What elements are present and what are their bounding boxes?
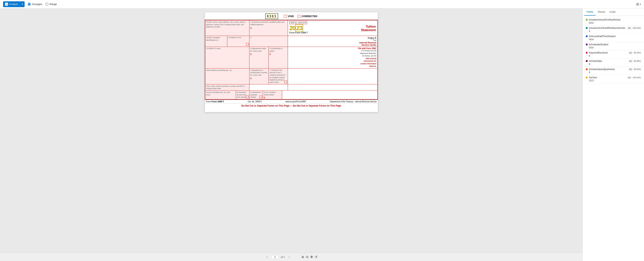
field-value: $	[586, 30, 641, 32]
box8-label: 8 Checked if at least half-time student	[237, 91, 246, 98]
file-with-form: File with Form 1096.	[289, 47, 376, 49]
field-value: $	[586, 71, 641, 74]
tuition-title: Tuition Statement	[334, 25, 376, 32]
void-section: VOID	[284, 15, 294, 18]
filer-name-label: FILER'S name, street address, city or to…	[206, 21, 246, 28]
zoom-out-button[interactable]: ⊖	[306, 255, 309, 259]
all-pages-radio[interactable]	[28, 3, 31, 6]
box10-label: 10 Ins. contract reimb./refund	[264, 91, 276, 96]
box10-cell: 10 Ins. contract reimb./refund $	[263, 91, 282, 99]
page-number-input[interactable]	[272, 255, 278, 259]
layers-chevron[interactable]: ▾	[640, 3, 641, 5]
field-name-label: IsGraduateStudent	[589, 43, 641, 46]
box4-label: 4 Adjustments made for a prior year	[250, 48, 266, 52]
box9-checkbox[interactable]	[260, 96, 262, 98]
field-color-dot	[586, 19, 588, 21]
box10-dollar: $	[264, 96, 265, 99]
spacer-cell-5	[250, 84, 288, 90]
omb-number: OMB No. 1545-1574	[290, 21, 307, 24]
fields-panel-content: IncludesAmountForNextPeriodfalseInsuranc…	[583, 16, 644, 261]
tin-checkbox[interactable]	[246, 43, 249, 46]
field-item: IncludesAmountForNextPeriodfalse	[583, 17, 644, 25]
student-name-label: STUDENT'S name	[206, 48, 220, 49]
prev-icon: ‹	[266, 255, 268, 259]
box8-checkbox[interactable]	[246, 96, 249, 98]
void-checkbox[interactable]	[284, 15, 286, 18]
box4-cell: 4 Adjustments made for a prior year $	[250, 47, 269, 68]
field-item: IsAtLeastHalfTimeStudentfalse	[583, 34, 644, 42]
zoom-in-button[interactable]: ⊕	[301, 255, 304, 259]
field-item: IsGraduateStudentfalse	[583, 42, 644, 50]
form-name-label: Form	[290, 31, 296, 34]
field-name-label: IncludesAmountForNextPeriod	[589, 18, 641, 21]
irs-notice-cont2-cell	[288, 84, 378, 90]
tab-fields[interactable]: Fields	[584, 8, 596, 15]
box9-cell: 9 Checked if a graduate student	[250, 91, 263, 99]
box3-label: 3	[250, 37, 251, 38]
panel-tabs: Fields Result Code	[583, 8, 644, 16]
form-grid: FILER'S name, street address, city or to…	[205, 20, 378, 100]
field-value: false	[586, 21, 641, 24]
barcode: 8383	[265, 13, 278, 19]
box8-cell: 8 Checked if at least half-time student	[236, 91, 250, 99]
void-label: VOID	[288, 15, 294, 18]
box7-cell: 7 Checked if the amount in box 1 include…	[269, 68, 288, 84]
analyze-label: Analyze	[9, 3, 18, 5]
field-color-dot	[586, 60, 588, 62]
field-header: IsGraduateStudent	[586, 43, 641, 46]
box5-dollar: $	[270, 53, 271, 55]
field-header: PaymentReceived#199.30%	[586, 51, 641, 54]
box3-cell: 3	[250, 36, 288, 47]
copy-label: Copy A	[289, 36, 376, 39]
prev-page-button[interactable]: ‹	[265, 255, 269, 260]
form-header: 8383 VOID CORRECTED	[205, 12, 378, 20]
field-badge: #1	[627, 76, 631, 79]
field-color-dot	[586, 43, 588, 45]
box5-cell: 5 Scholarships or grants $	[269, 47, 288, 68]
field-color-dot	[586, 27, 588, 29]
next-page-button[interactable]: ›	[287, 255, 291, 260]
copy-a-cell: Copy A For Internal Revenue Service Cent…	[288, 36, 378, 47]
tab-code[interactable]: Code	[607, 8, 618, 15]
field-color-dot	[586, 77, 588, 78]
corrected-checkbox[interactable]	[298, 15, 300, 18]
tab-result[interactable]: Result	[596, 8, 607, 15]
spacer-cell-6	[282, 91, 378, 99]
field-item: TaxYear#1100.00%2023	[583, 75, 644, 83]
omb-year-title-cell: OMB No. 1545-1574 2023 Form Form 1098-T	[288, 20, 378, 36]
footer-url: www.irs.gov/Form1098T	[286, 101, 306, 103]
analyze-btn-main[interactable]: 📊 Analyze	[3, 1, 20, 7]
field-value: $	[586, 54, 641, 57]
doc-navigation: ‹ of 1 › ⊕ ⊖ ✥ ↺	[0, 253, 582, 261]
analyze-btn-arrow[interactable]: ▾	[20, 1, 24, 7]
form-row-3: STUDENT'S name 4 Adjustments made for a …	[205, 47, 378, 68]
range-radio[interactable]	[45, 3, 48, 6]
field-name-label: PaymentReceived	[589, 51, 628, 54]
field-header: Scholarships#199.98%	[586, 60, 641, 62]
all-pages-option[interactable]: All pages	[28, 3, 42, 6]
field-confidence: 99.98%	[634, 60, 641, 62]
form-name-bold: Form 1098-T	[295, 31, 308, 34]
field-value: 2023	[586, 79, 641, 82]
doc-scroll-area[interactable]: 8383 VOID CORRECTED	[0, 8, 582, 253]
range-label: Range	[50, 3, 57, 5]
city-state-cell: City or town, state or province, country…	[205, 84, 250, 90]
analyze-button[interactable]: 📊 Analyze ▾	[3, 1, 24, 7]
form-row-6: Service Provider/Acct. No. (see instr.) …	[205, 91, 378, 99]
field-name-label: TaxYear	[589, 76, 626, 79]
irs-center: Internal Revenue Service Center	[289, 41, 376, 46]
service-provider-cell: Service Provider/Acct. No. (see instr.)	[205, 91, 236, 99]
zoom-controls: ⊕ ⊖ ✥ ↺	[301, 255, 318, 259]
field-header: IncludesAmountForNextPeriod	[586, 18, 641, 21]
reset-view-button[interactable]: ↺	[314, 255, 318, 259]
do-not-cut: Do Not Cut or Separate Forms on This Pag…	[205, 103, 378, 108]
field-confidence: 100.00%	[633, 76, 641, 79]
year-display: 2023	[290, 24, 303, 32]
range-option[interactable]: Range	[45, 3, 57, 6]
layers-icon[interactable]: ⊞	[636, 2, 639, 6]
corrected-label: CORRECTED	[302, 15, 317, 18]
filer-ein-label: FILER'S employer identification no.	[206, 37, 220, 41]
box7-checkbox[interactable]	[284, 81, 287, 83]
field-header: TaxYear#1100.00%	[586, 76, 641, 79]
pan-button[interactable]: ✥	[310, 255, 313, 259]
